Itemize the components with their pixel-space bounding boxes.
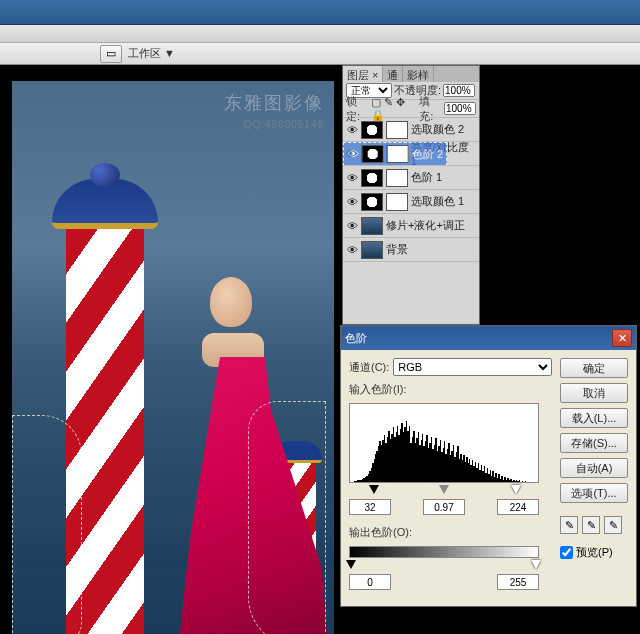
load-button[interactable]: 载入(L)... xyxy=(560,408,628,428)
output-values xyxy=(349,574,539,590)
fill-label: 填充: xyxy=(419,94,442,124)
histogram-bars xyxy=(350,404,538,482)
layer-row[interactable]: 👁色阶 1 xyxy=(343,166,479,190)
output-gradient xyxy=(349,546,539,558)
layer-thumb xyxy=(362,145,384,163)
layer-row[interactable]: 👁色阶 2 xyxy=(343,142,447,166)
input-white[interactable] xyxy=(497,499,539,515)
visibility-icon[interactable]: 👁 xyxy=(346,196,358,208)
dialog-buttons: 确定 取消 载入(L)... 存储(S)... 自动(A) 选项(T)... ✎… xyxy=(560,358,628,600)
dialog-body: 通道(C): RGB 输入色阶(I): xyxy=(341,350,636,608)
layer-name: 选取颜色 2 xyxy=(411,122,464,137)
input-slider-track[interactable] xyxy=(349,485,539,497)
layer-row[interactable]: 👁选取颜色 1 xyxy=(343,190,479,214)
canvas-area: 东雅图影像 QQ:498005146 图层 × 通 影样 正常 不透明度: 锁定… xyxy=(0,65,640,634)
tab-channels[interactable]: 通 xyxy=(383,66,403,82)
menubar[interactable] xyxy=(0,25,640,43)
layer-row[interactable]: 👁修片+液化+调正 xyxy=(343,214,479,238)
eyedropper-group: ✎ ✎ ✎ xyxy=(560,516,628,534)
screen-icon: ▭ xyxy=(106,47,116,60)
close-icon: ✕ xyxy=(618,332,627,345)
layer-name: 色阶 1 xyxy=(411,170,442,185)
layer-name: 背景 xyxy=(386,242,408,257)
white-point-slider[interactable] xyxy=(511,485,521,494)
input-label-row: 输入色阶(I): xyxy=(349,382,552,397)
ok-button[interactable]: 确定 xyxy=(560,358,628,378)
save-button[interactable]: 存储(S)... xyxy=(560,433,628,453)
output-slider-track[interactable] xyxy=(349,560,539,572)
workspace-label[interactable]: 工作区 ▼ xyxy=(128,46,175,61)
selection-marquee-left xyxy=(12,415,82,634)
visibility-icon[interactable]: 👁 xyxy=(346,172,358,184)
output-white[interactable] xyxy=(497,574,539,590)
options-toolbar: ▭ 工作区 ▼ xyxy=(0,43,640,65)
visibility-icon[interactable]: 👁 xyxy=(346,124,358,136)
visibility-icon[interactable]: 👁 xyxy=(346,220,358,232)
lock-row: 锁定: ▢ ✎ ✥ 🔒 填充: xyxy=(343,100,479,118)
black-point-slider[interactable] xyxy=(369,485,379,494)
input-values xyxy=(349,499,539,515)
histogram xyxy=(349,403,539,483)
output-black[interactable] xyxy=(349,574,391,590)
dialog-title: 色阶 xyxy=(345,331,367,346)
lock-icons[interactable]: ▢ ✎ ✥ 🔒 xyxy=(371,96,417,122)
mask-thumb xyxy=(387,145,409,163)
channel-label: 通道(C): xyxy=(349,360,389,375)
fill-input[interactable] xyxy=(444,102,476,115)
layer-row[interactable]: 👁背景 xyxy=(343,238,479,262)
tool-button[interactable]: ▭ xyxy=(100,45,122,63)
preview-checkbox[interactable] xyxy=(560,546,573,559)
mask-thumb xyxy=(386,121,408,139)
watermark-main: 东雅图影像 xyxy=(224,91,324,115)
photo-head xyxy=(210,277,252,327)
gamma-slider[interactable] xyxy=(439,485,449,494)
preview-label: 预览(P) xyxy=(576,545,613,560)
dialog-titlebar[interactable]: 色阶 ✕ xyxy=(341,326,636,350)
eyedropper-gray-icon[interactable]: ✎ xyxy=(582,516,600,534)
options-button[interactable]: 选项(T)... xyxy=(560,483,628,503)
visibility-icon[interactable]: 👁 xyxy=(347,148,359,160)
channel-row: 通道(C): RGB xyxy=(349,358,552,376)
levels-dialog[interactable]: 色阶 ✕ 通道(C): RGB 输入色阶(I): xyxy=(340,325,637,607)
layer-name: 选取颜色 1 xyxy=(411,194,464,209)
layers-list: 👁选取颜色 2👁色阶 2👁亮度/对比度 1👁色阶 1👁选取颜色 1👁修片+液化+… xyxy=(343,118,479,308)
panel-tabs: 图层 × 通 影样 xyxy=(343,66,479,82)
eyedropper-black-icon[interactable]: ✎ xyxy=(560,516,578,534)
eyedropper-white-icon[interactable]: ✎ xyxy=(604,516,622,534)
output-levels-label: 输出色阶(O): xyxy=(349,525,412,540)
auto-button[interactable]: 自动(A) xyxy=(560,458,628,478)
layer-thumb xyxy=(361,241,383,259)
layer-thumb xyxy=(361,193,383,211)
layer-name: 色阶 2 xyxy=(412,147,443,162)
layer-thumb xyxy=(361,121,383,139)
layers-panel[interactable]: 图层 × 通 影样 正常 不透明度: 锁定: ▢ ✎ ✥ 🔒 填充: 👁选取颜色… xyxy=(342,65,480,325)
document-photo[interactable]: 东雅图影像 QQ:498005146 xyxy=(12,81,334,634)
preview-checkbox-row[interactable]: 预览(P) xyxy=(560,545,628,560)
out-black-slider[interactable] xyxy=(346,560,356,569)
visibility-icon[interactable]: 👁 xyxy=(346,244,358,256)
close-button[interactable]: ✕ xyxy=(612,329,632,347)
watermark-sub: QQ:498005146 xyxy=(244,119,324,130)
mask-thumb xyxy=(386,193,408,211)
channel-select[interactable]: RGB xyxy=(393,358,552,376)
cancel-button[interactable]: 取消 xyxy=(560,383,628,403)
input-levels-label: 输入色阶(I): xyxy=(349,382,406,397)
layer-thumb xyxy=(361,169,383,187)
dialog-main: 通道(C): RGB 输入色阶(I): xyxy=(349,358,552,600)
window-titlebar xyxy=(0,0,640,25)
layer-row[interactable]: 👁选取颜色 2 xyxy=(343,118,479,142)
photo-pole-ball xyxy=(90,163,120,187)
tab-paths[interactable]: 影样 xyxy=(403,66,434,82)
output-label-row: 输出色阶(O): xyxy=(349,525,552,540)
input-gamma[interactable] xyxy=(423,499,465,515)
tab-layers[interactable]: 图层 × xyxy=(343,66,383,82)
layer-name: 修片+液化+调正 xyxy=(386,218,465,233)
opacity-input[interactable] xyxy=(443,84,475,97)
mask-thumb xyxy=(386,169,408,187)
input-black[interactable] xyxy=(349,499,391,515)
out-white-slider[interactable] xyxy=(531,560,541,569)
lock-label: 锁定: xyxy=(346,94,369,124)
layer-thumb xyxy=(361,217,383,235)
selection-marquee-right xyxy=(248,401,326,634)
